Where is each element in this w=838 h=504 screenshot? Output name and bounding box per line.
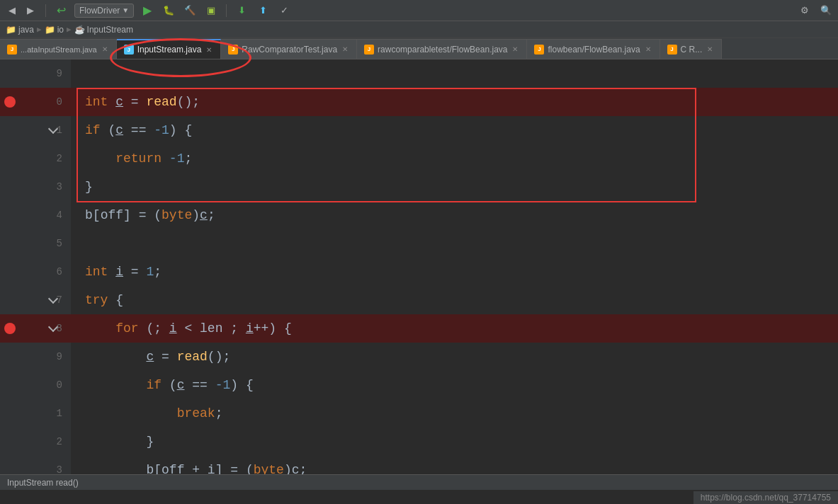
line-row-8: 8 for (; i < len ; i++) {: [0, 314, 838, 343]
tab-icon-1: J: [124, 45, 134, 55]
tab-close-2[interactable]: ✕: [341, 45, 349, 53]
run-button[interactable]: ▶: [140, 3, 155, 18]
folder-icon-1: 📁: [45, 25, 55, 35]
status-bar: https://blog.csdn.net/qq_37714755: [693, 491, 838, 504]
tab-close-0[interactable]: ✕: [101, 45, 109, 53]
line-num-1: 1: [0, 116, 71, 144]
tab-extra[interactable]: J C R... ✕: [660, 39, 723, 59]
line-num-8: 8: [0, 314, 71, 343]
tab-label-3: rawcomparabletest/FlowBean.java: [378, 45, 507, 55]
code-content-11: break;: [71, 406, 838, 420]
tab-close-5[interactable]: ✕: [706, 45, 714, 53]
git-commit-button[interactable]: ✓: [276, 3, 292, 18]
line-row-7: 7 try {: [0, 286, 838, 314]
tab-label-0: ...ataInputStream.java: [21, 45, 97, 54]
breadcrumb-item-1: 📁 io: [45, 25, 64, 35]
kw-int-0: int: [85, 95, 108, 109]
tab-icon-0: J: [7, 45, 17, 55]
line-row-6: 6 int i = 1;: [0, 258, 838, 286]
tab-icon-3: J: [364, 45, 374, 55]
toolbar: ◀ ▶ ↩ FlowDriver ▼ ▶ 🐛 🔨 ▣ ⬇ ⬆ ✓ ⚙ 🔍: [0, 0, 838, 21]
code-content-2: return -1;: [71, 151, 838, 166]
tab-close-3[interactable]: ✕: [511, 45, 519, 53]
code-content-10: if (c == -1) {: [71, 378, 838, 392]
line-num-10: 0: [0, 371, 71, 399]
line-num-blank-top: 9: [0, 59, 71, 88]
folder-icon-0: 📁: [6, 25, 16, 35]
method-bar: InputStream read(): [0, 474, 838, 490]
line-row-3: 3 }: [0, 173, 838, 201]
code-content-12: }: [71, 435, 838, 449]
breakpoint-0: [4, 96, 16, 108]
code-content-0: int c = read();: [71, 95, 838, 109]
line-num-9: 9: [0, 343, 71, 371]
tab-label-1: InputStream.java: [137, 45, 202, 55]
forward-button[interactable]: ▶: [23, 3, 38, 18]
tab-flowbean-1[interactable]: J rawcomparabletest/FlowBean.java ✕: [357, 39, 527, 59]
tab-flowbean-2[interactable]: J flowbean/FlowBean.java ✕: [527, 39, 659, 59]
breadcrumb: 📁 java ▶ 📁 io ▶ ☕ InputStream: [0, 21, 838, 38]
project-dropdown-icon: ▼: [122, 6, 129, 14]
project-name: FlowDriver: [79, 6, 120, 16]
code-content-9: c = read();: [71, 350, 838, 364]
breadcrumb-sep-0: ▶: [37, 25, 42, 34]
tab-close-1[interactable]: ✕: [205, 46, 213, 54]
line-row-4: 4 b[off] = (byte)c;: [0, 201, 838, 229]
tab-label-4: flowbean/FlowBean.java: [548, 45, 640, 55]
settings-button[interactable]: ⚙: [797, 3, 812, 18]
line-row-9: 9 c = read();: [0, 343, 838, 371]
tab-icon-5: J: [667, 45, 677, 55]
tab-label-2: RawComparatorTest.java: [242, 45, 337, 55]
debug-button[interactable]: 🐛: [161, 3, 176, 18]
line-row-2: 2 return -1;: [0, 144, 838, 173]
build-button[interactable]: 🔨: [182, 3, 198, 18]
breadcrumb-label-1: io: [57, 25, 64, 35]
search-button[interactable]: 🔍: [818, 3, 834, 18]
line-num-4: 4: [0, 201, 71, 229]
tab-label-5: C R...: [681, 45, 703, 55]
tab-close-4[interactable]: ✕: [644, 45, 652, 53]
method-bar-text: InputStream read(): [7, 478, 79, 488]
separator-1: [45, 4, 46, 17]
tab-icon-2: J: [228, 45, 238, 55]
project-selector[interactable]: FlowDriver ▼: [74, 4, 134, 18]
git-update-button[interactable]: ⬇: [234, 3, 249, 18]
tab-rawcomparator[interactable]: J RawComparatorTest.java ✕: [221, 39, 357, 59]
breadcrumb-sep-1: ▶: [67, 25, 72, 34]
line-num-7: 7: [0, 286, 71, 314]
line-num-6: 6: [0, 258, 71, 286]
line-num-12: 2: [0, 428, 71, 456]
line-num-11: 1: [0, 399, 71, 428]
line-num-5: 5: [0, 229, 71, 258]
tab-datainputstream[interactable]: J ...ataInputStream.java ✕: [0, 39, 117, 59]
code-content-3: }: [71, 180, 838, 194]
undo-button[interactable]: ↩: [53, 3, 69, 18]
code-content-4: b[off] = (byte)c;: [71, 208, 838, 222]
line-row-1: 1 if (c == -1) {: [0, 116, 838, 144]
code-content-7: try {: [71, 293, 838, 307]
line-num-2: 2: [0, 144, 71, 173]
breadcrumb-label-0: java: [18, 25, 34, 35]
line-row-0: 0 int c = read();: [0, 88, 838, 116]
breadcrumb-item-2: ☕ InputStream: [74, 25, 133, 35]
line-row-12: 2 }: [0, 428, 838, 456]
line-row-11: 1 break;: [0, 399, 838, 428]
line-row-5: 5: [0, 229, 838, 258]
tab-icon-4: J: [534, 45, 544, 55]
coverage-button[interactable]: ▣: [203, 3, 219, 18]
main-area: 9 0 int c = read(); 1 if (c == -1) {: [0, 59, 838, 504]
breakpoint-8: [4, 323, 16, 334]
line-row-10: 0 if (c == -1) {: [0, 371, 838, 399]
class-icon: ☕: [74, 25, 85, 35]
separator-2: [226, 4, 227, 17]
nav-buttons: ◀ ▶: [4, 3, 38, 18]
line-num-0: 0: [0, 88, 71, 116]
line-row-blank-top: 9: [0, 59, 838, 88]
breadcrumb-item-0: 📁 java: [6, 25, 34, 35]
status-url: https://blog.csdn.net/qq_37714755: [701, 493, 831, 503]
back-button[interactable]: ◀: [4, 3, 20, 18]
git-push-button[interactable]: ⬆: [255, 3, 271, 18]
breadcrumb-label-2: InputStream: [87, 25, 133, 35]
line-num-3: 3: [0, 173, 71, 201]
tab-inputstream[interactable]: J InputStream.java ✕: [117, 39, 222, 59]
